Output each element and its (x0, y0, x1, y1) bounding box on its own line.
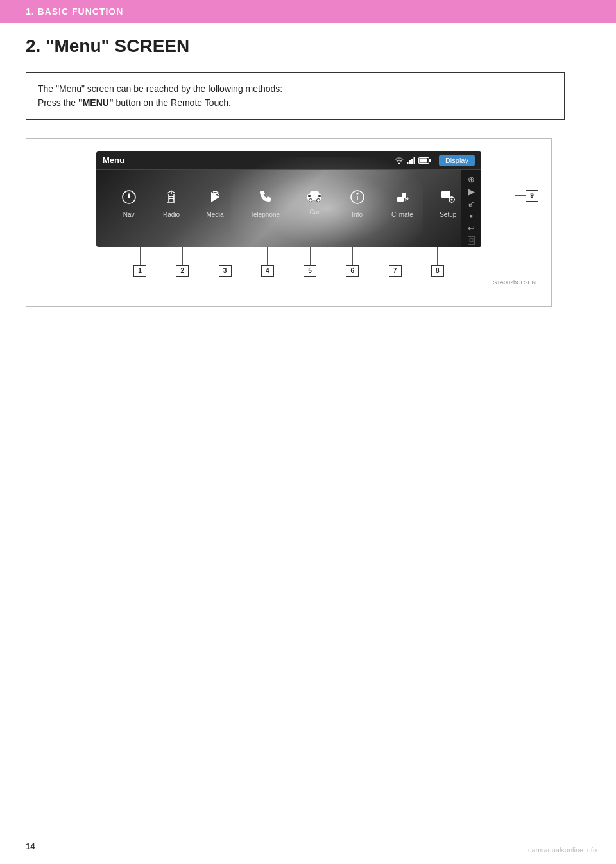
climate-icon (395, 189, 410, 207)
svg-rect-6 (419, 158, 427, 162)
num-box-7: 7 (389, 265, 402, 277)
side-icon-6: □ (468, 236, 475, 245)
svg-rect-19 (308, 195, 311, 197)
menu-item-nav[interactable]: Nav (121, 189, 137, 218)
screen-mockup: Menu (96, 151, 481, 247)
svg-rect-0 (407, 162, 409, 164)
num-box-6: 6 (346, 265, 359, 277)
num-box-1: 1 (133, 265, 146, 277)
num-box-4: 4 (261, 265, 274, 277)
num-box-2: 2 (176, 265, 189, 277)
svg-point-23 (357, 193, 358, 194)
top-bar: 1. BASIC FUNCTION (0, 0, 616, 23)
nav-icon (121, 189, 137, 207)
svg-point-17 (309, 198, 312, 202)
svg-rect-25 (402, 193, 406, 198)
svg-rect-3 (413, 157, 415, 164)
climate-label: Climate (391, 211, 413, 218)
radio-label: Radio (163, 211, 180, 218)
num-label-1: 1 (133, 247, 146, 277)
section-heading: 2. "Menu" SCREEN (26, 36, 590, 56)
svg-point-30 (451, 198, 453, 200)
num-box-9: 9 (526, 190, 538, 202)
num-box-3: 3 (219, 265, 232, 277)
menu-item-media[interactable]: Media (206, 189, 223, 218)
chapter-title: 1. BASIC FUNCTION (26, 6, 123, 17)
watermark: carmanualsonline.info (528, 846, 597, 854)
diagram-wrapper: Menu (39, 151, 538, 286)
svg-rect-1 (409, 160, 411, 164)
wifi-icon (394, 157, 404, 164)
media-icon (207, 189, 223, 207)
num-box-8: 8 (431, 265, 444, 277)
car-label: Car (309, 209, 320, 216)
menu-item-info[interactable]: Info (350, 189, 365, 218)
screen-menu-label: Menu (103, 155, 124, 165)
info-line2: Press the "MENU" button on the Remote To… (38, 96, 552, 110)
setup-label: Setup (440, 211, 456, 218)
number-labels-row: 1 2 3 4 5 (106, 247, 472, 277)
side-icon-5: ↩ (468, 224, 475, 232)
info-line1: The "Menu" screen can be reached by the … (38, 82, 552, 96)
info-line2-suffix: button on the Remote Touch. (114, 98, 231, 108)
screen-body: Nav (96, 170, 481, 247)
num-label-2: 2 (176, 247, 189, 277)
page-footer: 14 (26, 842, 35, 851)
telephone-icon (257, 189, 273, 207)
svg-rect-5 (429, 159, 431, 162)
menu-item-radio[interactable]: Radio (163, 189, 180, 218)
info-box: The "Menu" screen can be reached by the … (26, 72, 565, 120)
battery-icon (418, 157, 431, 164)
nav-label: Nav (123, 211, 135, 218)
info-icon (350, 189, 365, 207)
num-label-6: 6 (346, 247, 359, 277)
telephone-label: Telephone (250, 211, 280, 218)
svg-rect-27 (443, 193, 449, 194)
info-label: Info (352, 211, 363, 218)
radio-icon (164, 189, 179, 207)
menu-item-setup[interactable]: Setup (440, 189, 456, 218)
ref-code: STA002bCLSEN (39, 279, 538, 286)
num-label-4: 4 (261, 247, 274, 277)
signal-icon (407, 157, 416, 164)
svg-point-18 (317, 198, 320, 202)
svg-rect-28 (443, 194, 447, 196)
num-label-9-wrapper: 9 (515, 190, 538, 202)
menu-item-car[interactable]: Car (306, 189, 323, 216)
diagram-container: Menu (26, 138, 552, 307)
num-label-5: 5 (304, 247, 316, 277)
num-label-7: 7 (389, 247, 402, 277)
info-line2-prefix: Press the (38, 98, 78, 108)
menu-item-climate[interactable]: Climate (391, 189, 413, 218)
svg-rect-2 (411, 159, 413, 164)
screen-status-icons: Display (394, 155, 475, 166)
num-label-8: 8 (431, 247, 444, 277)
screen-top-bar: Menu (96, 151, 481, 170)
svg-rect-20 (318, 195, 321, 197)
menu-item-telephone[interactable]: Telephone (250, 189, 280, 218)
svg-line-12 (171, 191, 175, 193)
page-content: 2. "Menu" SCREEN The "Menu" screen can b… (0, 23, 616, 333)
setup-icon (440, 189, 456, 207)
display-button[interactable]: Display (439, 155, 475, 166)
svg-line-11 (167, 191, 171, 193)
info-line2-bold: "MENU" (78, 98, 114, 108)
num-label-3: 3 (219, 247, 232, 277)
menu-items-row: Nav (103, 183, 475, 222)
svg-point-9 (128, 196, 130, 198)
car-icon (306, 189, 323, 205)
num-box-5: 5 (304, 265, 316, 277)
page-number: 14 (26, 842, 35, 851)
media-label: Media (206, 211, 223, 218)
